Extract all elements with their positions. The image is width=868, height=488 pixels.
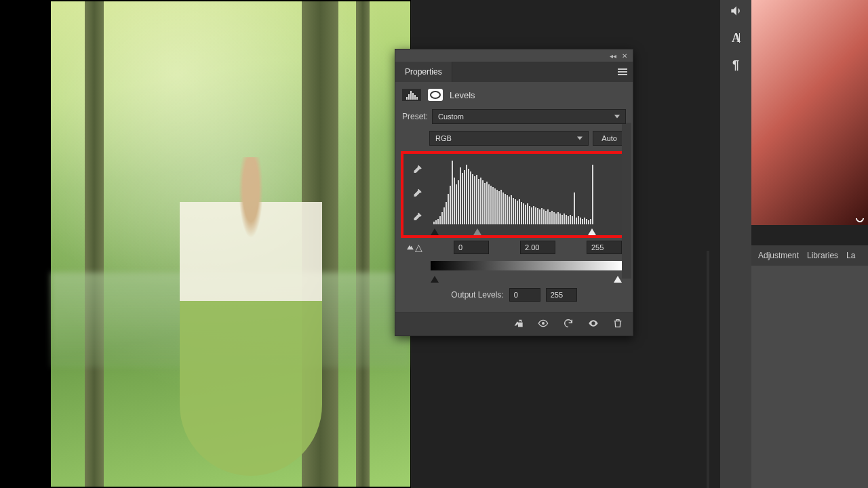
view-previous-icon[interactable] (536, 318, 550, 331)
color-cursor-icon (854, 213, 866, 224)
svg-rect-0 (518, 323, 523, 327)
output-gradient (431, 261, 622, 270)
layer-mask-icon[interactable] (428, 89, 443, 101)
levels-icon (402, 89, 421, 101)
character-icon[interactable]: A (728, 30, 743, 45)
collapse-icon[interactable]: ◂◂ (610, 52, 616, 60)
white-eyedropper-icon[interactable] (411, 212, 423, 224)
output-highlight-handle[interactable] (614, 276, 622, 283)
speaker-icon[interactable] (728, 3, 743, 18)
svg-point-1 (542, 323, 545, 325)
output-slider[interactable] (431, 273, 622, 283)
preset-select[interactable]: Custom (432, 109, 626, 124)
tab-adjustment[interactable]: Adjustment (758, 251, 799, 260)
channel-select[interactable]: RGB (429, 131, 589, 146)
black-eyedropper-icon[interactable] (411, 165, 423, 177)
delete-icon[interactable] (612, 318, 623, 331)
properties-tab[interactable]: Properties (395, 62, 452, 82)
output-shadow-handle[interactable] (431, 276, 439, 283)
divider (707, 251, 709, 488)
histogram-highlight (401, 151, 627, 238)
visibility-icon[interactable] (587, 318, 600, 331)
midtone-input[interactable]: 2.00 (520, 241, 555, 254)
output-white-input[interactable]: 255 (546, 288, 577, 302)
output-levels-label: Output Levels: (451, 290, 503, 300)
preset-label: Preset: (402, 112, 428, 121)
tab-libraries[interactable]: Libraries (807, 251, 838, 260)
shadow-input[interactable]: 0 (454, 241, 489, 254)
panel-footer (395, 312, 633, 336)
panel-rail: A ¶ (720, 0, 751, 488)
tab-body (751, 266, 868, 488)
output-black-input[interactable]: 0 (509, 288, 540, 302)
input-slider[interactable] (431, 226, 596, 235)
reset-icon[interactable] (562, 318, 574, 331)
histogram[interactable] (431, 154, 596, 226)
gray-eyedropper-icon[interactable] (411, 188, 423, 201)
tab-layers[interactable]: La (846, 251, 855, 260)
color-picker-panel[interactable] (751, 0, 868, 225)
close-icon[interactable]: ✕ (622, 52, 627, 60)
document-canvas[interactable] (0, 0, 411, 488)
auto-button[interactable]: Auto (593, 131, 626, 146)
shadow-slider-handle[interactable] (431, 228, 439, 235)
midtone-slider-handle[interactable] (473, 228, 481, 235)
clip-warning-icon[interactable]: △ (406, 241, 422, 253)
photo-preview (51, 1, 410, 487)
highlight-input[interactable]: 255 (587, 241, 622, 254)
paragraph-icon[interactable]: ¶ (728, 58, 743, 73)
clip-to-layer-icon[interactable] (512, 318, 524, 331)
properties-panel: ◂◂ ✕ Properties Levels Preset: Custom RG… (395, 49, 633, 336)
panel-tabs: Adjustment Libraries La (751, 245, 868, 266)
adjustment-name: Levels (450, 90, 475, 100)
panel-menu-icon[interactable] (618, 68, 627, 75)
highlight-slider-handle[interactable] (588, 228, 596, 235)
scrollbar[interactable] (622, 123, 631, 279)
